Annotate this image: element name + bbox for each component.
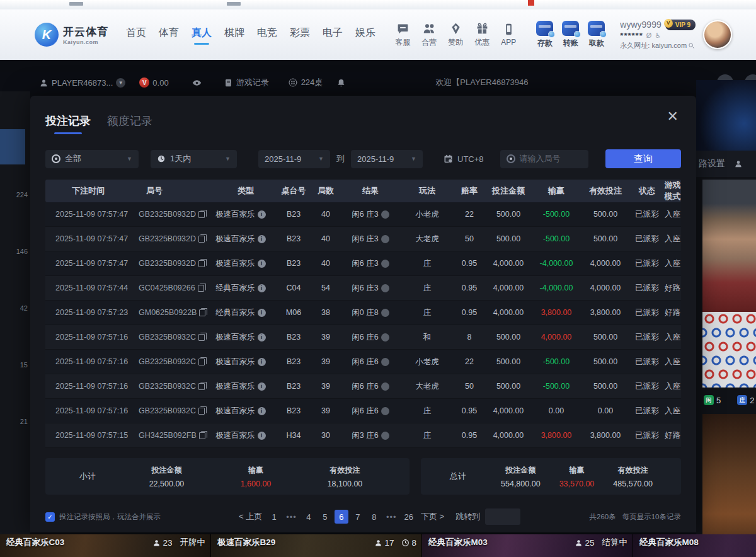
- timezone-display[interactable]: UTC+8: [443, 154, 484, 164]
- close-icon[interactable]: ✕: [667, 110, 679, 123]
- result-detail-icon[interactable]: [381, 358, 389, 366]
- date-from-select[interactable]: 2025-11-9 ▼: [258, 150, 330, 168]
- page-button[interactable]: 下页 >: [418, 510, 447, 524]
- merge-checkbox[interactable]: ✓: [45, 512, 55, 522]
- dealer-video[interactable]: [702, 180, 756, 312]
- table-row[interactable]: 2025-11-09 07:57:16 GB2325B0932C 极速百家乐i …: [45, 325, 681, 350]
- page-button[interactable]: < 上页: [236, 510, 265, 524]
- copy-icon[interactable]: [199, 309, 205, 316]
- table-row[interactable]: 2025-11-09 07:57:47 GB2325B0932D 极速百家乐i …: [45, 227, 681, 251]
- copy-icon[interactable]: [198, 260, 205, 267]
- page-button[interactable]: 6: [335, 510, 348, 524]
- game-record-link[interactable]: 游戏记录: [224, 77, 269, 88]
- table-row[interactable]: 2025-11-09 07:57:47 GB2325B0932D 极速百家乐i …: [45, 202, 681, 227]
- table-row[interactable]: 2025-11-09 07:57:44 GC0425B09266 经典百家乐i …: [45, 276, 681, 301]
- page-button[interactable]: 4: [302, 510, 316, 524]
- page-button[interactable]: 5: [318, 510, 332, 524]
- partner-link[interactable]: 合营: [421, 22, 437, 48]
- nav-item[interactable]: 彩票: [290, 26, 310, 43]
- info-icon[interactable]: i: [258, 382, 266, 391]
- round-number-input[interactable]: 请输入局号: [500, 150, 588, 168]
- result-detail-icon[interactable]: [381, 407, 389, 415]
- app-link[interactable]: APP: [501, 23, 516, 47]
- modal-tab[interactable]: 投注记录: [45, 113, 91, 134]
- deposit-button[interactable]: 存款: [536, 21, 553, 49]
- table-count-link[interactable]: 224桌: [288, 77, 323, 88]
- result-detail-icon[interactable]: [381, 309, 389, 317]
- copy-icon[interactable]: [198, 211, 205, 218]
- nav-item[interactable]: 真人: [192, 26, 212, 43]
- page-button[interactable]: 26: [402, 510, 416, 524]
- page-button[interactable]: 7: [351, 510, 365, 524]
- avatar[interactable]: [703, 20, 732, 49]
- refresh-check-icon[interactable]: ♿: [655, 31, 661, 40]
- active-table-highlight[interactable]: [0, 129, 25, 164]
- live-table-tile[interactable]: 经典百家乐C03 23 开牌中: [0, 534, 211, 557]
- info-icon[interactable]: i: [258, 358, 266, 366]
- result-detail-icon[interactable]: [381, 333, 389, 342]
- balance-display[interactable]: V 0.00: [139, 78, 168, 88]
- eye-toggle[interactable]: [192, 78, 202, 88]
- result-detail-icon[interactable]: [381, 260, 389, 268]
- table-row[interactable]: 2025-11-09 07:57:47 GB2325B0932D 极速百家乐i …: [45, 251, 681, 276]
- result-detail-icon[interactable]: [381, 284, 389, 292]
- table-row[interactable]: 2025-11-09 07:57:23 GM0625B0922B 经典百家乐i …: [45, 301, 681, 325]
- result-detail-icon[interactable]: [381, 235, 389, 243]
- site-logo[interactable]: K 开云体育 Kaiyun.com: [35, 23, 108, 47]
- promo-link[interactable]: 优惠: [474, 22, 490, 48]
- result-detail-icon[interactable]: [381, 432, 389, 440]
- copy-icon[interactable]: [198, 408, 205, 415]
- nav-item[interactable]: 电子: [323, 26, 343, 43]
- copy-icon[interactable]: [198, 383, 205, 390]
- info-icon[interactable]: i: [258, 432, 266, 440]
- nav-item[interactable]: 棋牌: [224, 26, 244, 43]
- cell-amount: 500.00: [485, 234, 532, 243]
- transfer-button[interactable]: 转账: [562, 21, 579, 49]
- copy-icon[interactable]: [198, 334, 205, 341]
- info-icon[interactable]: i: [258, 284, 266, 292]
- result-detail-icon[interactable]: [381, 210, 389, 219]
- game-type-select[interactable]: 全部 ▼: [45, 150, 139, 168]
- jump-page-input[interactable]: [485, 508, 520, 525]
- info-icon[interactable]: i: [258, 333, 266, 342]
- info-icon[interactable]: i: [258, 407, 266, 415]
- search-button[interactable]: 查询: [605, 149, 681, 168]
- cell-play: 庄: [401, 258, 454, 269]
- info-icon[interactable]: i: [258, 309, 266, 317]
- player-id-menu[interactable]: PLAYER46873... ▼: [39, 78, 125, 88]
- nav-item[interactable]: 娱乐: [355, 26, 375, 43]
- result-detail-icon[interactable]: [381, 382, 389, 391]
- nav-item[interactable]: 电竞: [257, 26, 277, 43]
- page-button[interactable]: •••: [384, 510, 399, 524]
- road-settings-bar[interactable]: 路设置: [696, 151, 756, 177]
- eye-off-icon[interactable]: Ø: [646, 31, 652, 40]
- info-icon[interactable]: i: [258, 235, 266, 243]
- copy-icon[interactable]: [198, 359, 205, 365]
- withdraw-button[interactable]: 取款: [588, 21, 605, 49]
- cell-result: 闲6 庄3: [340, 209, 401, 220]
- page-button[interactable]: 8: [367, 510, 381, 524]
- time-range-select[interactable]: 1天内 ▼: [151, 150, 237, 168]
- modal-tab[interactable]: 额度记录: [107, 113, 152, 134]
- page-button[interactable]: 1: [267, 510, 281, 524]
- nav-item[interactable]: 体育: [159, 26, 179, 43]
- table-row[interactable]: 2025-11-09 07:57:16 GB2325B0932C 极速百家乐i …: [45, 399, 681, 423]
- table-row[interactable]: 2025-11-09 07:57:16 GB2325B0932C 极速百家乐i …: [45, 374, 681, 399]
- copy-icon[interactable]: [199, 432, 205, 439]
- table-row[interactable]: 2025-11-09 07:57:15 GH3425B092FB 极速百家乐i …: [45, 423, 681, 448]
- magnifier-icon[interactable]: [688, 42, 695, 49]
- nav-item[interactable]: 首页: [126, 26, 146, 43]
- info-icon[interactable]: i: [258, 210, 266, 219]
- copy-icon[interactable]: [198, 285, 204, 292]
- date-to-select[interactable]: 2025-11-9 ▼: [351, 150, 423, 168]
- live-table-tile[interactable]: 极速百家乐B29 17 8: [211, 534, 422, 557]
- customer-service-link[interactable]: 客服: [395, 22, 410, 48]
- sponsor-link[interactable]: 赞助: [448, 22, 463, 48]
- notifications[interactable]: [336, 78, 346, 88]
- live-table-tile[interactable]: 经典百家乐M08: [633, 534, 756, 557]
- copy-icon[interactable]: [198, 236, 205, 243]
- page-button[interactable]: •••: [284, 510, 299, 524]
- live-table-tile[interactable]: 经典百家乐M03 25 结算中: [422, 534, 633, 557]
- info-icon[interactable]: i: [258, 260, 266, 268]
- table-row[interactable]: 2025-11-09 07:57:16 GB2325B0932C 极速百家乐i …: [45, 350, 681, 374]
